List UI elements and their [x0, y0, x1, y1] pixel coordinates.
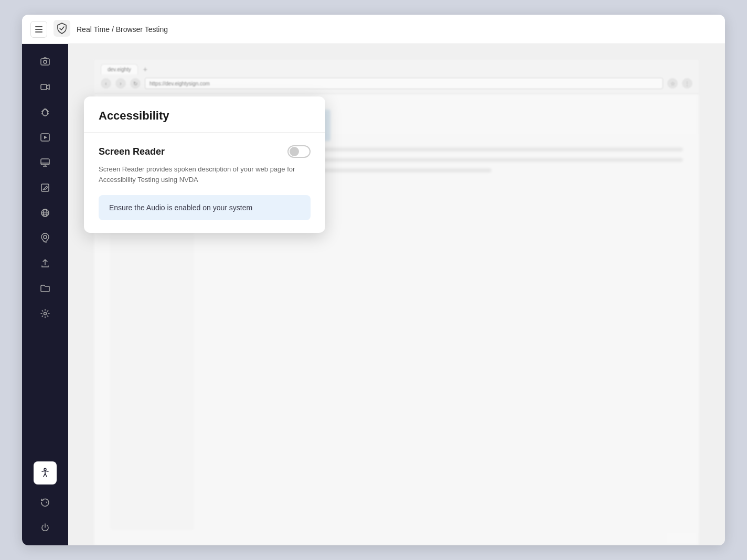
- inner-browser-chrome: dev.eighty + ‹ › ↻ https://dev.eightysig…: [94, 60, 699, 94]
- sidebar: [22, 44, 68, 545]
- inner-forward-btn: ›: [115, 78, 126, 89]
- panel-body: Screen Reader Screen Reader provides spo…: [84, 133, 325, 233]
- inner-tab-bar: dev.eighty +: [101, 64, 692, 74]
- svg-point-23: [44, 235, 47, 239]
- menu-button[interactable]: [30, 21, 47, 38]
- sidebar-bottom: [34, 491, 57, 539]
- audio-notice-text: Ensure the Audio is enabled on your syst…: [109, 203, 252, 212]
- main-content: Chrome 121 macOS Sonoma 1440x800: [22, 44, 725, 545]
- inner-address-bar: https://dev.eightysign.com: [145, 78, 663, 89]
- audio-notice: Ensure the Audio is enabled on your syst…: [99, 195, 311, 220]
- main-window: Real Time / Browser Testing: [22, 15, 725, 545]
- header: Real Time / Browser Testing: [22, 15, 725, 44]
- screen-reader-description: Screen Reader provides spoken descriptio…: [99, 164, 311, 185]
- inner-tab: dev.eighty: [101, 64, 138, 74]
- svg-marker-12: [44, 136, 47, 139]
- inner-star-btn: ☆: [667, 78, 678, 89]
- sidebar-item-video[interactable]: [34, 76, 57, 99]
- sidebar-item-monitor[interactable]: [34, 151, 57, 174]
- panel-header: Accessibility: [84, 96, 325, 133]
- panel-title: Accessibility: [99, 109, 311, 123]
- inner-add-tab-icon: +: [140, 64, 151, 74]
- toggle-knob: [290, 147, 299, 156]
- sidebar-item-bug[interactable]: [34, 101, 57, 124]
- logo: [54, 20, 70, 39]
- sidebar-item-globe[interactable]: [34, 201, 57, 224]
- sidebar-item-screenshot[interactable]: [34, 50, 57, 73]
- sidebar-item-refresh[interactable]: [34, 491, 57, 514]
- sidebar-item-accessibility[interactable]: [34, 461, 57, 484]
- browser-area: Chrome 121 macOS Sonoma 1440x800: [68, 44, 725, 545]
- svg-rect-13: [41, 159, 49, 165]
- sidebar-item-play[interactable]: [34, 126, 57, 149]
- sidebar-item-edit[interactable]: [34, 176, 57, 199]
- screen-reader-toggle[interactable]: [287, 145, 311, 158]
- sidebar-item-power[interactable]: [34, 516, 57, 539]
- inner-more-btn: ⋮: [682, 78, 692, 89]
- svg-rect-1: [41, 59, 49, 65]
- svg-rect-0: [54, 20, 70, 37]
- inner-back-btn: ‹: [101, 78, 111, 89]
- accessibility-panel: Accessibility Screen Reader Screen Reade…: [84, 96, 325, 233]
- sidebar-item-location[interactable]: [34, 227, 57, 250]
- inner-address-text: https://dev.eightysign.com: [150, 81, 210, 87]
- inner-address-bar-row: ‹ › ↻ https://dev.eightysign.com ☆ ⋮: [101, 78, 692, 89]
- sidebar-item-folder[interactable]: [34, 277, 57, 300]
- header-title: Real Time / Browser Testing: [77, 25, 168, 34]
- inner-tab-label: dev.eighty: [108, 67, 131, 72]
- screen-reader-label: Screen Reader: [99, 146, 165, 157]
- inner-refresh-btn: ↻: [130, 78, 141, 89]
- svg-point-2: [44, 60, 47, 63]
- hamburger-icon: [35, 26, 42, 33]
- svg-rect-3: [41, 84, 47, 90]
- svg-point-25: [44, 313, 47, 315]
- sidebar-item-upload[interactable]: [34, 252, 57, 275]
- svg-point-26: [44, 468, 46, 470]
- sidebar-item-settings[interactable]: [34, 302, 57, 325]
- screen-reader-row: Screen Reader: [99, 145, 311, 158]
